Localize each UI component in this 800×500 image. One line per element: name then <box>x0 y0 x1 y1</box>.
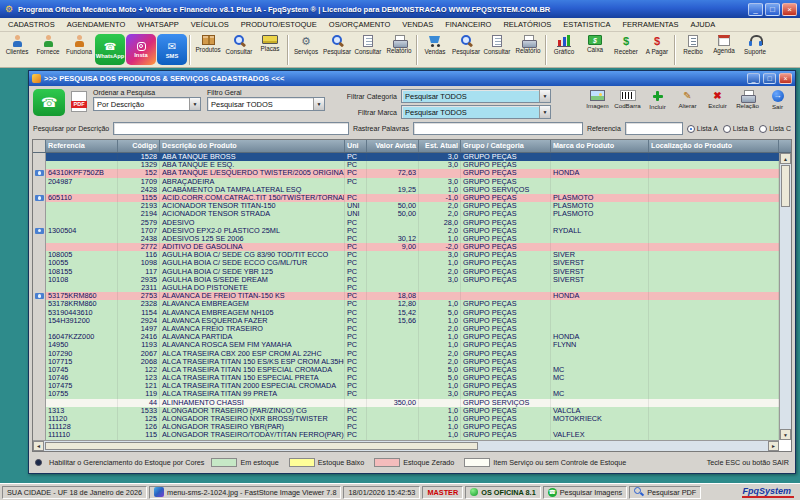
minimize-button[interactable]: _ <box>748 3 763 16</box>
table-row[interactable]: 64310KPF750ZB152ABA TANQUE L/ESQUERDO TW… <box>33 169 779 177</box>
table-row[interactable]: 1329ABA TANQUE E ESQ.PC3,0GRUPO PEÇAS <box>33 161 779 169</box>
table-row[interactable]: 154H3912002924ALAVANCA ESQUERDA FAZERPC1… <box>33 317 779 325</box>
table-row[interactable]: 107475121ALCA TRASEIRA TITAN 2000 ESPECI… <box>33 382 779 390</box>
alterar-button[interactable]: ✎Alterar <box>674 89 701 118</box>
vertical-scroll-thumb[interactable] <box>781 165 790 207</box>
menu-item-veiculos[interactable]: VEÍCULOS <box>185 20 235 29</box>
status-open-file[interactable]: menu-sms-2-1024.jpg - FastStone Image Vi… <box>149 486 341 499</box>
toolbar-button-caixa[interactable]: Caixa <box>580 33 610 66</box>
table-row[interactable]: 10755119ALCA TRASEIRA TITAN 99 PRETAPC3,… <box>33 390 779 398</box>
sort-combo[interactable]: Por Descrição ▼ <box>93 97 201 111</box>
toolbar-button-consultar[interactable]: Consultar <box>482 33 512 66</box>
column-header-localizacao-do-produto[interactable]: Localização do Produto <box>649 140 779 152</box>
menu-item-relatorios[interactable]: RELATÓRIOS <box>497 20 557 29</box>
category-filter-combo[interactable]: Pesquisar TODOS ▼ <box>401 89 551 103</box>
radio-lista-c[interactable]: Lista C <box>759 125 791 133</box>
table-row[interactable]: 1497ALAVANCA FREIO TRASEIROPC2,0GRUPO PE… <box>33 325 779 333</box>
table-row[interactable]: 10745122ALCA TRASEIRA TITAN 150 ESPECIAL… <box>33 366 779 374</box>
menu-item-vendas[interactable]: VENDAS <box>396 20 439 29</box>
vertical-scrollbar[interactable]: ▲ ▼ <box>779 153 791 440</box>
general-filter-combo[interactable]: Pesquisar TODOS ▼ <box>207 97 325 111</box>
menu-item-whatsapp[interactable]: WHATSAPP <box>131 20 185 29</box>
table-row[interactable]: 13005041707ADESIVO EPX2-0 PLASTICO 25MLP… <box>33 227 779 235</box>
table-row[interactable]: 2311AGULHA DO PISTONETEPC <box>33 284 779 292</box>
table-row[interactable]: 1077152068ALCA TRASEIRA TITAN 150 ES/KS … <box>33 358 779 366</box>
toolbar-button-servicos[interactable]: ⚙Serviços <box>291 33 321 66</box>
scroll-right-icon[interactable]: ► <box>768 441 779 451</box>
table-row[interactable]: 531904436101154ALAVANCA EMBREAGEM NH105P… <box>33 309 779 317</box>
toolbar-button-grafico[interactable]: Gráfico <box>549 33 579 66</box>
toolbar-button-recibo[interactable]: Recibo <box>678 33 708 66</box>
toolbar-button-agenda[interactable]: Agenda <box>709 33 739 66</box>
excluir-button[interactable]: ✖Excluir <box>704 89 731 118</box>
toolbar-button-consultar[interactable]: Consultar <box>224 33 254 66</box>
scroll-down-icon[interactable]: ▼ <box>780 429 791 440</box>
close-button[interactable]: × <box>782 3 797 16</box>
menu-item-ferramentas[interactable]: FERRAMENTAS <box>616 20 684 29</box>
table-row[interactable]: 1072902067ALCA TRASEIRA CBX 200 ESP CROM… <box>33 350 779 358</box>
search-description-input[interactable] <box>113 122 349 135</box>
chevron-down-icon[interactable]: ▼ <box>539 106 550 118</box>
toolbar-button-pesquisar[interactable]: Pesquisar <box>322 33 352 66</box>
table-row[interactable]: 2438ADESIVOS 125 SE 2006PC30,121,0GRUPO … <box>33 235 779 243</box>
chevron-down-icon[interactable]: ▼ <box>189 98 200 110</box>
table-row[interactable]: 6051101155ACID.CORR.COM.CATRAC.TIT 150/T… <box>33 194 779 202</box>
whatsapp-button[interactable]: ☎WhatsApp <box>95 34 125 65</box>
table-row[interactable]: 44ALINHAMENTO CHASSI350,00GRUPO SERVIÇOS <box>33 399 779 407</box>
table-row[interactable]: 111110115ALONGADOR TRASEIRO/TODAY/TITAN … <box>33 431 779 439</box>
toolbar-button-relatorio[interactable]: Relatório <box>513 33 543 66</box>
inner-maximize-button[interactable]: □ <box>763 73 776 84</box>
toolbar-button-suporte[interactable]: Suporte <box>740 33 770 66</box>
toolbar-button-relatorio[interactable]: Relatório <box>384 33 414 66</box>
table-row[interactable]: 1528ABA TANQUE BROSSPC3,0GRUPO PEÇAS <box>33 153 779 161</box>
column-header-uni[interactable]: Uni <box>345 140 367 152</box>
menu-item-financeiro[interactable]: FINANCEIRO <box>439 20 497 29</box>
table-row[interactable]: 16047KZZ0002416ALAVANCA PARTIDAPC1,0GRUP… <box>33 333 779 341</box>
menu-item-ajuda[interactable]: AJUDA <box>685 20 722 29</box>
column-header-marca-do-produto[interactable]: Marca do Produto <box>551 140 649 152</box>
menu-item-os-orcamento[interactable]: OS/ORÇAMENTO <box>323 20 397 29</box>
table-row[interactable]: 100551098AGULHA BOIA C/ SEDE ECCO CG/ML/… <box>33 259 779 267</box>
incluir-button[interactable]: Incluir <box>644 89 671 118</box>
table-row[interactable]: 10746123ALCA TRASEIRA TITAN 150 ESPECIAL… <box>33 374 779 382</box>
toolbar-button-vendas[interactable]: Vendas <box>420 33 450 66</box>
column-header-est-atual[interactable]: Est. Atual <box>419 140 461 152</box>
horizontal-scroll-thumb[interactable] <box>45 442 478 450</box>
codbarra-button[interactable]: CodBarra <box>614 89 641 118</box>
table-row[interactable]: 2193ACIONADOR TENSOR TITAN-150UNI50,002,… <box>33 202 779 210</box>
table-row[interactable]: 2772ADITIVO DE GASOLINAPC9,00-2,0GRUPO P… <box>33 243 779 251</box>
column-header-valor-avista[interactable]: Valor Avista <box>367 140 419 152</box>
column-header-codigo[interactable]: Código <box>118 140 160 152</box>
table-row[interactable]: 108005116AGULHA BOIA C/ SEDE CG 83/90 TO… <box>33 251 779 259</box>
toolbar-button-fornece[interactable]: Fornece <box>33 33 63 66</box>
menu-item-produto-estoque[interactable]: PRODUTO/ESTOQUE <box>235 20 323 29</box>
table-row[interactable]: 101082935AGULHA BOIA S/SEDE DREAMPC3,0GR… <box>33 276 779 284</box>
menu-item-estatistica[interactable]: ESTATISTICA <box>557 20 616 29</box>
sair-button[interactable]: →Sair <box>764 89 791 118</box>
toolbar-button-produtos[interactable]: Produtos <box>193 33 223 66</box>
chevron-down-icon[interactable]: ▼ <box>313 98 324 110</box>
track-words-input[interactable] <box>413 122 583 135</box>
table-row[interactable]: 53178KRM8602328ALAVANCA EMBREAGEMPC12,80… <box>33 300 779 308</box>
toolbar-button-placas[interactable]: Placas <box>255 33 285 66</box>
column-header-grupo-categoria[interactable]: Grupo / Categoria <box>461 140 551 152</box>
column-header-descricao-do-produto[interactable]: Descrição do Produto <box>160 140 345 152</box>
menu-item-cadastros[interactable]: CADASTROS <box>2 20 61 29</box>
toolbar-button-clientes[interactable]: Clientes <box>2 33 32 66</box>
instagram-button[interactable]: Insta <box>126 34 156 65</box>
chevron-down-icon[interactable]: ▼ <box>539 90 550 102</box>
maximize-button[interactable]: □ <box>765 3 780 16</box>
radio-lista-b[interactable]: Lista B <box>723 125 754 133</box>
table-row[interactable]: 108155117AGULHA BOIA C/ SEDE YBR 125PC2,… <box>33 268 779 276</box>
toolbar-button-a-pagar[interactable]: $A Pagar <box>642 33 672 66</box>
toolbar-button-consultar[interactable]: Consultar <box>353 33 383 66</box>
scroll-up-icon[interactable]: ▲ <box>780 153 791 164</box>
horizontal-scrollbar[interactable]: ◄ ► <box>33 440 779 451</box>
stock-colors-toggle[interactable] <box>35 459 42 466</box>
relacao-button[interactable]: Relação <box>734 89 761 118</box>
scroll-left-icon[interactable]: ◄ <box>33 441 44 451</box>
toolbar-button-funciona[interactable]: Funciona <box>64 33 94 66</box>
toolbar-button-pesquisar[interactable]: Pesquisar <box>451 33 481 66</box>
table-row[interactable]: 13131533ALONGADOR TRASEIRO (PAR/ZINCO) C… <box>33 407 779 415</box>
table-row[interactable]: 2194ACIONADOR TENSOR STRADAUNI50,002,0GR… <box>33 210 779 218</box>
